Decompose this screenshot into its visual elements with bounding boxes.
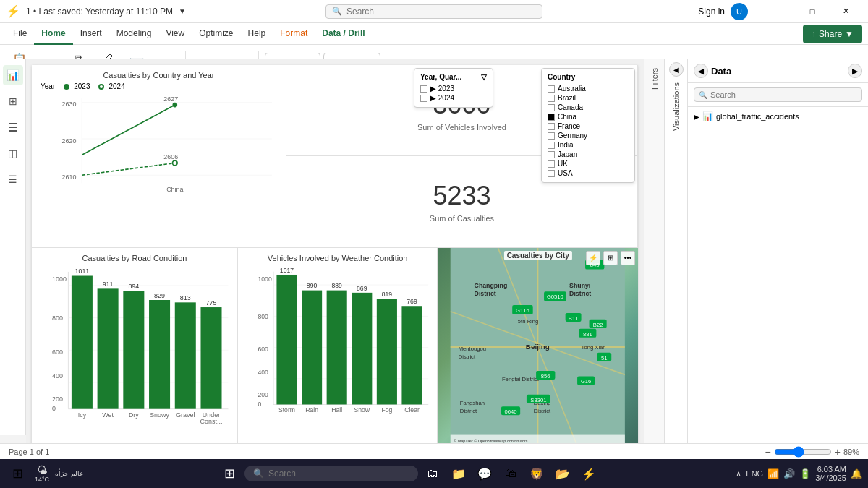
dropdown-arrow[interactable]: ▼ [179,7,186,15]
tab-home[interactable]: Home [34,23,72,45]
svg-text:769: 769 [407,298,417,305]
taskbar-teams[interactable]: 💬 [473,462,496,485]
usa-cb[interactable] [548,170,555,177]
tab-file[interactable]: File [6,23,34,45]
maximize-button[interactable]: □ [796,0,829,23]
brazil-cb[interactable] [548,95,555,102]
country-australia[interactable]: Australia [548,84,629,93]
sidebar-icon-data[interactable]: ⊞ [3,91,23,111]
tab-modeling[interactable]: Modeling [109,23,159,45]
country-france[interactable]: France [548,121,629,131]
country-india[interactable]: India [548,140,629,150]
taskbar-search-input[interactable] [268,468,399,479]
uk-cb[interactable] [548,160,555,168]
taskbar-store[interactable]: 🛍 [499,462,522,485]
battery-icon[interactable]: 🔋 [799,468,811,479]
signin-button[interactable]: Sign in [698,7,725,17]
tab-insert[interactable]: Insert [73,23,109,45]
map-filter-button[interactable]: ⚡ [586,251,600,265]
panel-header: ◀ Data ▶ [688,59,868,83]
japan-cb[interactable] [548,151,555,158]
language-indicator[interactable]: ENG [746,469,763,478]
australia-cb[interactable] [548,85,555,93]
france-cb[interactable] [548,123,555,130]
share-button[interactable]: ↑ Share ▼ [803,25,862,43]
search-box[interactable]: 🔍 [326,4,542,19]
taskbar-widgets[interactable]: 🗂 [421,462,444,485]
expand-right-button[interactable]: ▶ [848,64,862,78]
data-search-field[interactable] [710,90,857,99]
chevron-up-icon[interactable]: ∧ [736,469,741,479]
collapse-viz-button[interactable]: ◀ [669,62,684,77]
tree-item-dataset[interactable]: ▶ 📊 global_traffic_accidents [694,110,862,123]
india-cb[interactable] [548,142,555,149]
year-filter-icon[interactable]: ▽ [481,73,487,81]
user-avatar[interactable]: U [731,3,748,20]
time-display[interactable]: 6:03 AM 3/4/2025 [815,465,846,482]
tab-datadrill[interactable]: Data / Drill [315,23,372,45]
year-filter-2024[interactable]: ▶ 2024 [420,93,487,103]
sidebar-icon-model[interactable] [3,117,23,137]
taskbar-search[interactable]: 🔍 [244,466,418,481]
country-china[interactable]: China [548,112,629,121]
svg-text:200: 200 [52,395,63,402]
year-2024-checkbox[interactable] [420,95,427,102]
sidebar-icon-metrics[interactable]: ☰ [3,169,23,189]
country-germany[interactable]: Germany [548,131,629,140]
map-title: Casualties by City [504,251,572,260]
volume-icon[interactable]: 🔊 [783,468,795,479]
title-bar-center: 🔍 [326,4,542,19]
taskbar-powerbi[interactable]: ⚡ [577,462,600,485]
notifications-icon[interactable]: 🔔 [851,468,862,479]
start-button[interactable]: ⊞ [6,462,29,485]
map-more-button[interactable]: ••• [621,251,635,265]
taskbar-start[interactable]: ⊞ [218,462,242,485]
canada-cb[interactable] [548,104,555,111]
china-cb[interactable] [548,114,555,121]
taskbar-browser[interactable]: 🦁 [525,462,548,485]
svg-text:889: 889 [331,282,342,289]
filename-label: 1 • Last saved: Yesterday at 11:10 PM [26,7,173,17]
country-canada[interactable]: Canada [548,103,629,112]
svg-text:2620: 2620 [62,137,77,145]
country-japan[interactable]: Japan [548,150,629,159]
map-expand-button[interactable]: ⊞ [603,251,618,265]
country-brazil[interactable]: Brazil [548,93,629,103]
weather-icon: 🌤 [37,464,47,476]
year-filter-title: Year, Quar... [420,73,461,81]
app-logo: ⚡ [6,4,20,18]
tab-format[interactable]: Format [273,23,315,45]
filters-strip: Filters [644,59,664,452]
weather-widget[interactable]: 🌤 14°C [35,464,49,483]
taskbar-files[interactable]: 📁 [447,462,470,485]
close-button[interactable]: ✕ [829,0,862,23]
zoom-control: − + 89% [765,446,859,458]
wifi-icon[interactable]: 📶 [767,468,779,479]
year-filter-2023[interactable]: ▶ 2023 [420,84,487,93]
data-search-input[interactable]: 🔍 [694,87,862,102]
svg-text:51: 51 [602,355,608,361]
zoom-plus-button[interactable]: + [835,446,841,458]
minimize-button[interactable]: ─ [762,0,796,23]
sidebar-icon-report[interactable]: 📊 [3,65,23,85]
collapse-left-button[interactable]: ◀ [694,64,708,78]
tab-view[interactable]: View [158,23,192,45]
zoom-slider[interactable] [774,446,832,458]
tab-help[interactable]: Help [241,23,273,45]
year-2023-checkbox[interactable] [420,85,427,93]
map-display[interactable]: Changping District Shunyi District 5th R… [438,248,638,446]
taskbar-folder[interactable]: 📂 [551,462,574,485]
weather-temp: 14°C [35,476,49,483]
svg-text:775: 775 [206,299,217,307]
svg-text:400: 400 [52,372,63,380]
germany-cb[interactable] [548,132,555,140]
svg-text:District: District [459,354,476,360]
country-usa[interactable]: USA [548,168,629,178]
map-container: Casualties by City ⚡ ⊞ ••• [438,248,638,446]
sidebar-icon-explore[interactable]: ◫ [3,143,23,163]
title-search-input[interactable] [346,7,520,17]
tab-optimize[interactable]: Optimize [192,23,240,45]
zoom-minus-button[interactable]: − [765,446,771,458]
svg-text:Snow: Snow [354,406,370,414]
country-uk[interactable]: UK [548,159,629,168]
